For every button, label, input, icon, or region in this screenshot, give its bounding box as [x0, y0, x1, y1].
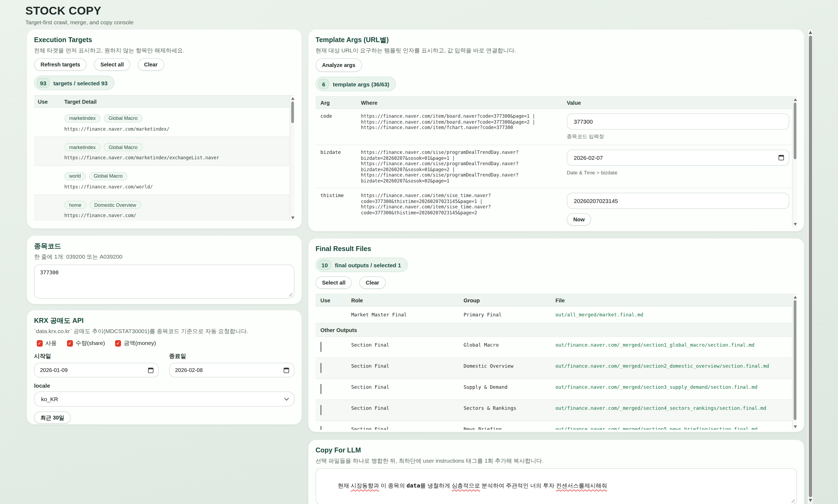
- krx-money-checkbox[interactable]: 금액(money): [113, 340, 156, 347]
- output-file-link[interactable]: out/all_merged/market.final.md: [555, 312, 797, 318]
- clear-targets-button[interactable]: Clear: [138, 58, 164, 71]
- analyze-args-button[interactable]: Analyze args: [316, 58, 362, 72]
- table-row: marketindexGlobal Macro https://finance.…: [34, 136, 295, 165]
- results-header-role: Role: [351, 297, 464, 303]
- scroll-down-icon[interactable]: [793, 426, 797, 428]
- now-button[interactable]: Now: [567, 213, 591, 226]
- output-group: Domestic Overview: [464, 363, 555, 369]
- final-results-scrollbar[interactable]: [792, 294, 797, 430]
- output-checkbox[interactable]: [320, 363, 321, 373]
- refresh-targets-button[interactable]: Refresh targets: [34, 58, 87, 71]
- clear-outputs-button[interactable]: Clear: [359, 276, 386, 289]
- arg-caption: Date & Time > bizdate: [567, 169, 789, 176]
- arg-thistime-input[interactable]: 20260207023145: [567, 193, 789, 209]
- arg-code-input[interactable]: 377300: [567, 113, 789, 130]
- output-file-link[interactable]: out/finance.naver.com/_merged/section2_d…: [555, 363, 797, 369]
- table-row: worldGlobal Macro https://finance.naver.…: [34, 165, 295, 194]
- target-url: https://finance.naver.com/: [64, 213, 295, 218]
- recent-30days-button[interactable]: 최근 30일: [34, 411, 71, 424]
- copy-for-llm-panel: Copy For LLM 선택 파일들을 하나로 병합한 뒤, 최하단에 use…: [309, 440, 804, 504]
- llm-text-segment-misspelled: 컨센서스를제시해줘: [556, 482, 607, 489]
- targets-count-badge: 93 targets / selected 93: [34, 76, 115, 90]
- arg-thistime-value: 20260207023145: [574, 198, 618, 204]
- table-row: Section Final Domestic Overview out/fina…: [316, 357, 797, 378]
- select-all-outputs-button[interactable]: Select all: [316, 276, 352, 289]
- table-row: bizdate https://finance.naver.com/sise/p…: [316, 145, 797, 188]
- scroll-down-icon[interactable]: [793, 223, 797, 226]
- output-role: Section Final: [351, 427, 464, 430]
- llm-text-segment: 이 종목의: [379, 482, 406, 489]
- template-args-title: Template Args (URL별): [316, 36, 797, 44]
- llm-text-segment: 분석하여 주관적인 너의 투자: [480, 482, 556, 489]
- stock-codes-title: 종목코드: [34, 242, 295, 251]
- scroll-up-icon[interactable]: [291, 97, 294, 100]
- calendar-icon[interactable]: [148, 367, 154, 373]
- scroll-down-icon[interactable]: [291, 216, 294, 219]
- scroll-up-icon[interactable]: [793, 296, 797, 299]
- scrollbar-thumb[interactable]: [808, 36, 812, 497]
- resize-handle-icon[interactable]: [790, 498, 795, 503]
- end-date-input[interactable]: 2026-02-08: [169, 363, 295, 377]
- args-header-value: Value: [562, 100, 797, 106]
- template-args-scrollbar[interactable]: [792, 97, 797, 227]
- locale-value: ko_KR: [41, 396, 58, 402]
- target-tag: Global Macro: [104, 143, 142, 151]
- output-file-link[interactable]: out/finance.naver.com/_merged/section5_n…: [555, 427, 797, 430]
- output-file-link[interactable]: out/finance.naver.com/_merged/section3_s…: [555, 384, 797, 390]
- start-date-input[interactable]: 2026-01-09: [34, 363, 159, 377]
- output-group: Supply & Demand: [464, 384, 555, 390]
- scroll-down-icon[interactable]: [809, 499, 812, 502]
- scroll-up-icon[interactable]: [793, 98, 797, 101]
- template-args-description: 현재 대상 URL이 요구하는 템플릿 인자를 표시하고, 값 입력을 바로 연…: [316, 47, 797, 54]
- checkbox-checked-icon[interactable]: [37, 340, 43, 347]
- llm-instructions-textarea[interactable]: 현재 시장동향과 이 종목의 data를 냉철하게 심층적으로 분석하여 주관적…: [316, 468, 797, 504]
- right-column-scrollbar[interactable]: [807, 29, 813, 504]
- output-file-link[interactable]: out/finance.naver.com/_merged/section1_g…: [555, 342, 797, 348]
- krx-share-checkbox[interactable]: 수량(share): [64, 340, 105, 347]
- target-url: https://finance.naver.com/world/: [64, 184, 295, 189]
- output-checkbox[interactable]: [320, 405, 321, 415]
- table-row: Section Final Supply & Demand out/financ…: [316, 378, 797, 399]
- final-results-panel: Final Result Files 10 final outputs / se…: [309, 239, 804, 432]
- arg-code-value: 377300: [574, 118, 593, 125]
- target-url: https://finance.naver.com/marketindex/ex…: [64, 155, 295, 160]
- target-tag: marketindex: [64, 114, 101, 122]
- end-date-label: 종료일: [169, 353, 295, 360]
- resize-handle-icon[interactable]: [287, 291, 292, 296]
- target-tag: marketindex: [64, 143, 101, 151]
- calendar-icon[interactable]: [284, 367, 289, 373]
- stock-codes-value: 377300: [35, 265, 294, 280]
- targets-header-use: Use: [34, 98, 64, 105]
- calendar-icon[interactable]: [779, 155, 784, 160]
- arg-where-urls: https://finance.naver.com/sise/programDe…: [361, 149, 562, 184]
- scrollbar-thumb[interactable]: [793, 103, 796, 159]
- stock-codes-description: 한 줄에 1개: 039200 또는 A039200: [34, 253, 295, 260]
- table-row: Section Final Global Macro out/finance.n…: [316, 336, 797, 357]
- scrollbar-thumb[interactable]: [291, 102, 294, 123]
- checkbox-checked-icon[interactable]: [115, 340, 121, 347]
- llm-text-segment-bold: data: [406, 482, 420, 489]
- targets-table-scrollbar[interactable]: [290, 95, 295, 221]
- table-row: Section Final Sectors & Rankings out/fin…: [316, 399, 797, 420]
- table-row: Section Final News Briefing out/finance.…: [316, 420, 797, 430]
- krx-use-checkbox[interactable]: 사용: [34, 340, 57, 347]
- template-args-count-label: template args (36/63): [333, 81, 389, 87]
- output-checkbox[interactable]: [320, 342, 321, 352]
- checkbox-label: 금액(money): [124, 340, 156, 347]
- checkbox-checked-icon[interactable]: [67, 340, 73, 347]
- arg-bizdate-input[interactable]: 2026-02-07: [567, 149, 789, 166]
- output-file-link[interactable]: out/finance.naver.com/_merged/section4_s…: [555, 406, 797, 411]
- locale-select[interactable]: ko_KR: [34, 392, 295, 407]
- scroll-up-icon[interactable]: [809, 31, 812, 34]
- arg-bizdate-value: 2026-02-07: [574, 155, 603, 161]
- stock-codes-textarea[interactable]: 377300: [34, 265, 295, 299]
- output-role: Market Master Final: [351, 312, 464, 318]
- select-all-targets-button[interactable]: Select all: [94, 58, 130, 71]
- output-checkbox[interactable]: [320, 384, 321, 394]
- final-results-table-header: Use Role Group File: [316, 294, 797, 306]
- llm-text-segment: 를 냉철하게: [420, 482, 452, 489]
- target-tag: Domestic Overview: [89, 201, 141, 209]
- scrollbar-thumb[interactable]: [793, 300, 796, 420]
- args-header-arg: Arg: [316, 100, 361, 106]
- output-checkbox[interactable]: [320, 426, 321, 430]
